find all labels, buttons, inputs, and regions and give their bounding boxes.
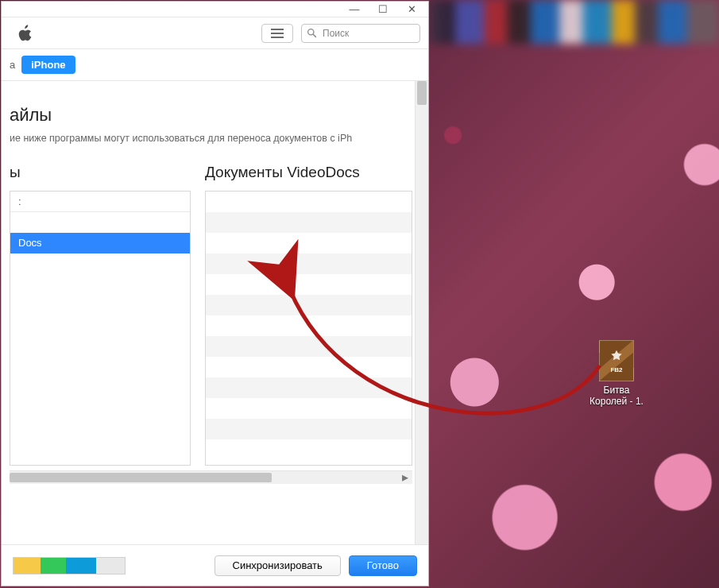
- list-item[interactable]: [10, 336, 190, 357]
- apps-list[interactable]: : Docs: [10, 191, 191, 466]
- list-item[interactable]: [10, 253, 190, 274]
- horizontal-scrollbar[interactable]: ▸: [10, 470, 412, 484]
- search-input[interactable]: [301, 24, 420, 43]
- list-item[interactable]: [206, 315, 412, 336]
- device-pill[interactable]: iPhone: [21, 56, 75, 74]
- maximize-button[interactable]: ☐: [369, 2, 396, 17]
- footer: Синхронизировать Готово: [2, 544, 428, 586]
- list-item[interactable]: [10, 398, 190, 419]
- storage-segment: [41, 558, 66, 574]
- search-field-wrap: [301, 24, 420, 43]
- documents-list[interactable]: [205, 191, 412, 466]
- storage-usage-bar: [13, 557, 126, 574]
- minimize-button[interactable]: —: [341, 2, 368, 17]
- list-item[interactable]: [10, 274, 190, 295]
- itunes-window: — ☐ ✕ а iPhone айлы ие ниже программы мо…: [1, 1, 429, 586]
- section-hint: ие ниже программы могут использоваться д…: [10, 132, 428, 146]
- list-item[interactable]: [10, 315, 190, 336]
- list-item[interactable]: [206, 419, 412, 439]
- storage-segment: [96, 558, 125, 574]
- documents-column-title: Документы VideoDocs: [205, 164, 412, 181]
- breadcrumb-prefix: а: [10, 59, 15, 71]
- done-button[interactable]: Готово: [349, 555, 417, 576]
- list-item[interactable]: [206, 212, 412, 233]
- horizontal-scroll-thumb[interactable]: [10, 473, 272, 482]
- list-item[interactable]: [206, 439, 412, 460]
- list-item[interactable]: [206, 274, 412, 295]
- apple-logo-icon: [16, 23, 33, 44]
- scroll-right-arrow[interactable]: ▸: [400, 473, 411, 482]
- list-item[interactable]: [206, 253, 412, 274]
- list-item[interactable]: [10, 295, 190, 315]
- file-sharing-panel: айлы ие ниже программы могут использоват…: [2, 81, 428, 544]
- fb2-file-icon: FB2: [599, 340, 634, 381]
- storage-segment: [66, 558, 96, 574]
- sync-button[interactable]: Синхронизировать: [215, 555, 341, 576]
- breadcrumb-row: а iPhone: [2, 49, 428, 81]
- list-item[interactable]: [206, 377, 412, 398]
- svg-rect-2: [271, 37, 284, 38]
- list-item-selected[interactable]: Docs: [10, 233, 190, 253]
- list-item[interactable]: [10, 357, 190, 377]
- close-button[interactable]: ✕: [398, 2, 425, 17]
- background-taskbar: [429, 0, 719, 44]
- list-item[interactable]: [206, 233, 412, 253]
- storage-segment: [14, 558, 41, 574]
- list-item[interactable]: [206, 336, 412, 357]
- list-item[interactable]: [10, 377, 190, 398]
- list-item[interactable]: [206, 295, 412, 315]
- vertical-scroll-thumb[interactable]: [417, 81, 427, 105]
- list-item[interactable]: [10, 419, 190, 439]
- file-label: Битва Королей - 1.: [585, 385, 648, 408]
- section-title: айлы: [10, 105, 428, 126]
- list-view-button[interactable]: [261, 24, 293, 43]
- file-badge-icon: [609, 349, 624, 365]
- file-type-badge: FB2: [610, 366, 622, 373]
- vertical-scrollbar[interactable]: [415, 81, 428, 544]
- toolbar: [2, 17, 428, 49]
- apps-column-title: ы: [10, 164, 191, 181]
- apps-list-header: :: [10, 191, 190, 212]
- list-item[interactable]: [206, 357, 412, 377]
- list-item[interactable]: [206, 191, 412, 212]
- list-icon: [271, 29, 284, 38]
- list-item[interactable]: [10, 212, 190, 233]
- list-item[interactable]: [206, 398, 412, 419]
- desktop-file[interactable]: FB2 Битва Королей - 1.: [585, 340, 648, 408]
- content-body: айлы ие ниже программы могут использоват…: [2, 81, 428, 544]
- titlebar: — ☐ ✕: [2, 2, 428, 17]
- svg-rect-1: [271, 33, 284, 34]
- svg-rect-0: [271, 29, 284, 30]
